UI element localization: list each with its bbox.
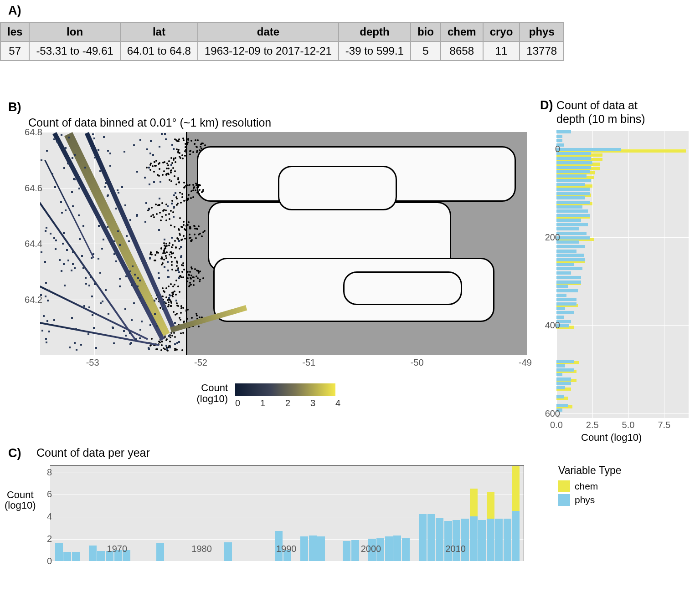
- panel-c-title: Count of data per year: [36, 446, 150, 459]
- legend-item-chem: chem: [558, 480, 622, 492]
- depth-ytick: 600: [540, 408, 560, 419]
- map-xtick: -51: [302, 357, 315, 368]
- cell-bio: 5: [411, 41, 441, 61]
- map-xtick: -52: [194, 357, 207, 368]
- col-lat: lat: [120, 22, 198, 41]
- col-date: date: [198, 22, 339, 41]
- map-plot-area: [40, 132, 527, 355]
- map-xtick: -49: [519, 357, 532, 368]
- legend-label: chem: [575, 481, 598, 492]
- depth-ytick: 400: [540, 320, 560, 331]
- cell-depth: -39 to 599.1: [339, 41, 411, 61]
- svg-text:2: 2: [285, 398, 290, 408]
- panel-d-label: D): [540, 98, 553, 112]
- legend-swatch: [558, 480, 570, 492]
- depth-plot-area: [556, 131, 689, 418]
- depth-xtick: 2.5: [586, 420, 599, 430]
- svg-text:1: 1: [260, 398, 265, 408]
- map-ytick: 64.8: [15, 127, 42, 138]
- depth-xtick: 0.0: [550, 420, 563, 430]
- cell-les: 57: [0, 41, 29, 61]
- panel-d-xlabel: Count (log10): [581, 432, 642, 444]
- cell-date: 1963-12-09 to 2017-12-21: [198, 41, 339, 61]
- col-chem: chem: [441, 22, 483, 41]
- cell-chem: 8658: [441, 41, 483, 61]
- map-ytick: 64.6: [15, 183, 42, 194]
- legend-item-phys: phys: [558, 494, 622, 506]
- panel-d-title: Count of data at depth (10 m bins): [556, 98, 645, 126]
- cell-phys: 13778: [520, 41, 564, 61]
- depth-ytick: 200: [540, 232, 560, 243]
- legend-label: phys: [575, 495, 595, 505]
- year-xtick: 2000: [361, 544, 381, 554]
- legend-swatch: [558, 494, 570, 506]
- depth-ytick: 0: [540, 144, 560, 154]
- map-xtick: -50: [411, 357, 424, 368]
- col-depth: depth: [339, 22, 411, 41]
- depth-xtick: 5.0: [622, 420, 635, 430]
- year-xtick: 2010: [445, 544, 466, 554]
- map-ytick: 64.2: [15, 295, 42, 305]
- colorbar-label-1: Count: [201, 382, 228, 393]
- summary-table: leslonlatdatedepthbiochemcryophys 57-53.…: [0, 22, 564, 61]
- panel-b-title: Count of data binned at 0.01° (~1 km) re…: [28, 116, 271, 129]
- svg-text:3: 3: [310, 398, 315, 408]
- col-les: les: [0, 22, 29, 41]
- colorbar-label-2: (log10): [197, 393, 228, 404]
- legend-title: Variable Type: [558, 464, 622, 477]
- year-ytick: 6: [38, 489, 52, 500]
- svg-text:4: 4: [335, 398, 340, 408]
- panel-c-label: C): [8, 446, 21, 460]
- map-ytick: 64.4: [15, 239, 42, 249]
- cell-lat: 64.01 to 64.8: [120, 41, 198, 61]
- svg-rect-0: [235, 383, 335, 396]
- year-ytick: 8: [38, 467, 52, 478]
- colorbar-legend: Count(log10) 01234: [187, 382, 349, 410]
- map-xtick: -53: [86, 357, 99, 368]
- panel-a-label: A): [8, 4, 21, 18]
- year-ytick: 0: [38, 556, 52, 566]
- cell-lon: -53.31 to -49.61: [29, 41, 120, 61]
- year-xtick: 1970: [107, 544, 128, 554]
- colorbar: 01234: [231, 382, 349, 410]
- col-phys: phys: [520, 22, 564, 41]
- col-lon: lon: [29, 22, 120, 41]
- cell-cryo: 11: [483, 41, 520, 61]
- col-cryo: cryo: [483, 22, 520, 41]
- year-xtick: 1990: [276, 544, 297, 554]
- panel-c-ylabel: Count(log10): [5, 490, 36, 510]
- year-ytick: 2: [38, 534, 52, 544]
- depth-xtick: 7.5: [658, 420, 670, 430]
- variable-type-legend: Variable Type chemphys: [558, 464, 622, 508]
- year-ytick: 4: [38, 511, 52, 522]
- year-xtick: 1980: [191, 544, 212, 554]
- panel-b-label: B): [8, 100, 21, 114]
- col-bio: bio: [411, 22, 441, 41]
- svg-text:0: 0: [235, 398, 240, 408]
